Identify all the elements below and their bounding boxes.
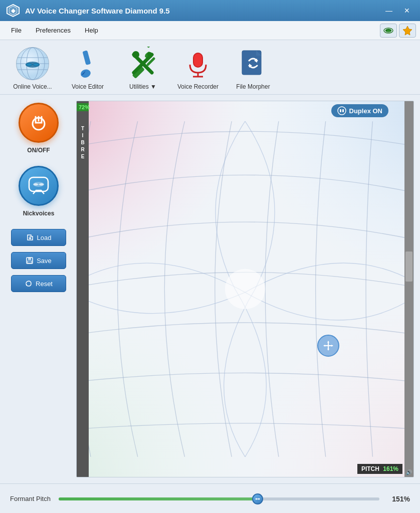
volume-icon: 🔊 bbox=[406, 469, 412, 475]
magic-icon-button[interactable] bbox=[399, 24, 416, 38]
utilities-label: Utilities ▼ bbox=[129, 83, 156, 90]
nickvoices-label: Nickvoices bbox=[23, 210, 55, 217]
voice-editor-label: Voice Editor bbox=[72, 83, 104, 90]
voice-icon-button[interactable] bbox=[380, 24, 397, 38]
svg-rect-18 bbox=[143, 47, 152, 48]
save-button[interactable]: Save bbox=[11, 252, 66, 269]
svg-point-23 bbox=[132, 51, 139, 58]
svg-point-24 bbox=[147, 52, 152, 57]
morph-crosshair[interactable] bbox=[317, 335, 339, 357]
svg-rect-48 bbox=[340, 109, 341, 112]
toolbar-utilities[interactable]: Utilities ▼ bbox=[120, 46, 165, 90]
power-label: ON/OFF bbox=[27, 147, 50, 154]
window-controls: — ✕ bbox=[382, 6, 414, 16]
save-label: Save bbox=[37, 257, 52, 265]
timbre-bar: 72% T I B R E bbox=[77, 101, 89, 477]
utilities-icon bbox=[125, 46, 160, 81]
svg-point-47 bbox=[338, 107, 346, 115]
main-content: ON/OFF Nickvoices Load Save Reset bbox=[0, 95, 420, 483]
svg-point-15 bbox=[80, 68, 91, 79]
svg-marker-57 bbox=[255, 498, 257, 500]
morph-scrollbar[interactable]: 🔊 bbox=[404, 101, 413, 477]
pitch-badge: PITCH 161% bbox=[357, 464, 402, 474]
reset-label: Reset bbox=[36, 280, 53, 288]
svg-marker-5 bbox=[403, 26, 412, 35]
online-voice-icon bbox=[15, 46, 50, 81]
pitch-label: PITCH bbox=[361, 465, 379, 472]
toolbar-online-voice[interactable]: Online Voice... bbox=[10, 46, 55, 90]
bottom-bar: Formant Pitch 151% bbox=[0, 483, 420, 513]
scrollbar-thumb[interactable] bbox=[405, 251, 412, 282]
app-logo: ◆ bbox=[6, 4, 20, 18]
toolbar-voice-editor[interactable]: Voice Editor bbox=[65, 46, 110, 90]
svg-rect-38 bbox=[28, 258, 31, 260]
duplex-label: Duplex ON bbox=[349, 107, 382, 115]
load-label: Load bbox=[37, 234, 52, 241]
voice-recorder-icon bbox=[180, 46, 216, 81]
formant-pitch-value: 151% bbox=[387, 495, 410, 503]
menu-preferences[interactable]: Preferences bbox=[29, 24, 78, 37]
menu-help[interactable]: Help bbox=[78, 24, 105, 37]
duplex-badge[interactable]: Duplex ON bbox=[331, 104, 388, 117]
svg-marker-52 bbox=[327, 341, 329, 343]
power-button[interactable] bbox=[19, 103, 59, 143]
svg-rect-14 bbox=[82, 50, 91, 65]
svg-text:◆: ◆ bbox=[11, 8, 16, 14]
nickvoices-button[interactable] bbox=[19, 166, 59, 206]
svg-marker-55 bbox=[331, 345, 333, 347]
left-panel: ON/OFF Nickvoices Load Save Reset bbox=[6, 101, 71, 477]
formant-pitch-label: Formant Pitch bbox=[10, 495, 51, 502]
voice-recorder-label: Voice Recorder bbox=[177, 83, 219, 90]
load-button[interactable]: Load bbox=[11, 229, 66, 246]
timbre-percent: 72% bbox=[77, 103, 89, 111]
toolbar: Online Voice... Voice Editor bbox=[0, 40, 420, 95]
svg-marker-53 bbox=[327, 349, 329, 351]
slider-fill bbox=[59, 497, 258, 500]
close-button[interactable]: ✕ bbox=[400, 6, 414, 16]
toolbar-voice-recorder[interactable]: Voice Recorder bbox=[175, 46, 221, 90]
reset-button[interactable]: Reset bbox=[11, 275, 66, 292]
formant-pitch-slider-track[interactable] bbox=[59, 497, 379, 500]
app-title: AV Voice Changer Software Diamond 9.5 bbox=[25, 7, 382, 15]
file-morpher-icon bbox=[236, 46, 271, 81]
title-bar: ◆ AV Voice Changer Software Diamond 9.5 … bbox=[0, 0, 420, 21]
file-morpher-label: File Morpher bbox=[236, 83, 270, 90]
online-voice-label: Online Voice... bbox=[13, 83, 52, 90]
svg-rect-49 bbox=[342, 109, 344, 112]
svg-rect-26 bbox=[194, 54, 202, 67]
slider-thumb[interactable] bbox=[252, 493, 263, 504]
minimize-button[interactable]: — bbox=[382, 6, 396, 16]
pitch-value: 161% bbox=[383, 465, 398, 472]
svg-marker-58 bbox=[259, 498, 260, 500]
timbre-letters: T I B R E bbox=[81, 125, 84, 160]
morph-canvas-svg bbox=[77, 101, 413, 477]
menu-file[interactable]: File bbox=[4, 24, 29, 37]
toolbar-file-morpher[interactable]: File Morpher bbox=[231, 46, 276, 90]
voice-editor-icon bbox=[70, 46, 105, 81]
svg-point-46 bbox=[225, 269, 265, 309]
svg-rect-39 bbox=[28, 261, 32, 263]
morph-area[interactable]: 72% T I B R E Duplex ON bbox=[76, 101, 414, 477]
svg-marker-54 bbox=[323, 345, 325, 347]
menu-bar: File Preferences Help bbox=[0, 21, 420, 40]
